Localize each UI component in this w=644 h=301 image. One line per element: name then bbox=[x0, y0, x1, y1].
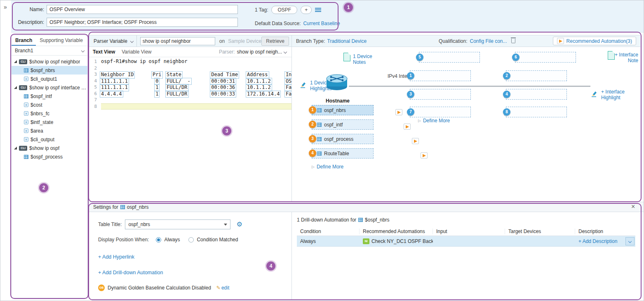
tree-item-variable[interactable]: $cost bbox=[12, 100, 87, 109]
radio-condition-matched[interactable] bbox=[188, 237, 194, 243]
interface-pin[interactable]: 4 bbox=[503, 91, 510, 98]
tag-list-icon[interactable] bbox=[315, 7, 321, 12]
tree-item-label: $show ip ospf interface bri... bbox=[29, 85, 87, 91]
sample-device-field[interactable]: Sample Device bbox=[228, 38, 261, 44]
interface-pin[interactable]: 5 bbox=[416, 54, 423, 61]
interface-slot[interactable]: 6 bbox=[515, 52, 576, 63]
tree-item-table[interactable]: $ospf_nbrs bbox=[12, 66, 87, 75]
add-drilldown-automation-link[interactable]: + Add Drill-down Automation bbox=[98, 270, 163, 275]
tag-pill[interactable]: OSPF bbox=[271, 6, 297, 14]
tree-item-cli[interactable]: $show ip ospf neighbor bbox=[12, 57, 87, 66]
tree-item-label: $show ip ospf neighbor bbox=[29, 59, 80, 65]
table-icon bbox=[24, 68, 28, 72]
interface-pin[interactable]: 8 bbox=[503, 108, 510, 116]
automation-icon[interactable] bbox=[395, 109, 402, 115]
tree-item-variable[interactable]: $cli_output1 bbox=[12, 75, 87, 83]
interface-pin[interactable]: 3 bbox=[407, 91, 414, 98]
parser-value: show ip ospf neigh... bbox=[237, 49, 282, 55]
interface-slot[interactable]: 2 bbox=[506, 70, 567, 81]
annotation-badge-4: 4 bbox=[266, 261, 275, 271]
text-editor[interactable]: 1ospf-R1#show ip ospf neighbor 2 3Neighb… bbox=[88, 57, 291, 110]
interface-highlight-link[interactable]: + Interface Highlight bbox=[601, 89, 631, 100]
description-input[interactable] bbox=[47, 18, 238, 27]
table-pin: 1 bbox=[309, 106, 316, 114]
edit-link[interactable]: edit bbox=[221, 285, 229, 291]
chevron-down-icon bbox=[224, 224, 227, 226]
interface-slot[interactable]: 8 bbox=[506, 107, 567, 117]
chevron-down-icon bbox=[81, 49, 85, 52]
radio-always[interactable] bbox=[156, 237, 161, 243]
expand-arrow-icon bbox=[14, 86, 17, 89]
define-more-label: Define More bbox=[317, 164, 343, 170]
define-more-tables-link[interactable]: Define More bbox=[312, 164, 343, 170]
drilldown-table-row[interactable]: Always Check NY_DC1 OSPF Backbone + Add … bbox=[297, 236, 635, 247]
interface-pin[interactable]: 6 bbox=[512, 54, 519, 61]
annotation-badge-2: 2 bbox=[39, 183, 48, 192]
automation-icon[interactable] bbox=[421, 152, 428, 159]
automation-icon[interactable] bbox=[412, 138, 419, 144]
branch-type-link[interactable]: Traditional Device bbox=[327, 38, 367, 44]
name-input[interactable] bbox=[47, 5, 238, 14]
branch-type-label: Branch Type: bbox=[296, 38, 325, 44]
tree-item-cli[interactable]: $show ip ospf bbox=[12, 144, 87, 152]
data-source-label: Default Data Source: bbox=[255, 21, 301, 26]
tab-supporting-variable[interactable]: Supporting Variable bbox=[36, 35, 87, 46]
interface-pin[interactable]: 1 bbox=[407, 72, 414, 79]
retrieve-button[interactable]: Retrieve bbox=[261, 37, 289, 46]
recommended-automation-button[interactable]: Recommended Automation(3) bbox=[553, 37, 636, 45]
trash-icon[interactable] bbox=[511, 39, 515, 43]
settings-left-panel: Table Title: ospf_nbrs Display Position … bbox=[88, 212, 292, 300]
tree-item-variable[interactable]: $cli_output bbox=[12, 135, 87, 144]
golden-baseline-icon bbox=[98, 285, 105, 291]
data-source-link[interactable]: Current Baseline bbox=[303, 21, 340, 26]
tab-variable-view[interactable]: Variable View bbox=[122, 49, 151, 55]
tree-item-variable[interactable]: $nbrs_fc bbox=[12, 109, 87, 118]
tree-item-cli[interactable]: $show ip ospf interface bri... bbox=[12, 83, 87, 92]
table-chip-routetable[interactable]: 4RouteTable bbox=[312, 148, 374, 159]
gear-icon[interactable] bbox=[236, 221, 242, 228]
router-icon[interactable] bbox=[325, 72, 349, 93]
tree-item-label: $ospf_process bbox=[31, 154, 63, 160]
interface-slot[interactable]: 3 bbox=[410, 89, 471, 100]
add-hyperlink-link[interactable]: + Add Hyperlink bbox=[98, 254, 134, 260]
tree-item-table[interactable]: $ospf_intf bbox=[12, 92, 87, 100]
tab-text-view[interactable]: Text View bbox=[93, 49, 115, 55]
table-chip-ospf-nbrs[interactable]: 1ospf_nbrs bbox=[312, 105, 374, 115]
interface-pin[interactable]: 2 bbox=[503, 72, 510, 79]
parser-variable-dropdown[interactable]: Parser Variable bbox=[90, 35, 137, 47]
qualification-link[interactable]: Config File con... bbox=[470, 38, 507, 44]
table-title-select[interactable]: ospf_nbrs bbox=[125, 219, 230, 229]
editor-line-header-row: 3Neighbor IDPriStateDead TimeAddressIn bbox=[88, 71, 291, 78]
automation-icon[interactable] bbox=[404, 124, 411, 130]
tree-item-table[interactable]: $ospf_process bbox=[12, 152, 87, 161]
device-notes-link[interactable]: 1 Device Notes bbox=[353, 54, 376, 65]
define-more-interfaces-link[interactable]: Define More bbox=[418, 118, 450, 124]
add-description-link[interactable]: + Add Description bbox=[578, 238, 617, 244]
interface-pin[interactable]: 7 bbox=[407, 108, 414, 116]
branch-selector[interactable]: Branch1 bbox=[12, 46, 87, 56]
golden-baseline-row: Dynamic Golden Baseline Calculation Disa… bbox=[98, 285, 229, 291]
parser-select[interactable]: Parser: show ip ospf neigh... bbox=[219, 49, 287, 55]
tree-item-variable[interactable]: $area bbox=[12, 126, 87, 135]
variable-icon bbox=[24, 77, 28, 81]
description-cell: + Add Description bbox=[575, 238, 625, 244]
highlighter-icon bbox=[300, 82, 307, 89]
define-more-label: Define More bbox=[423, 118, 450, 124]
add-tag-button[interactable]: + bbox=[301, 6, 312, 14]
interface-slot[interactable]: 4 bbox=[506, 89, 567, 100]
table-chip-ospf-intf[interactable]: 2ospf_intf bbox=[312, 119, 374, 130]
close-icon[interactable] bbox=[631, 203, 638, 210]
table-chip-ospf-process[interactable]: 3ospf_process bbox=[312, 134, 374, 144]
tab-branch[interactable]: Branch bbox=[12, 35, 36, 46]
interface-slot[interactable]: 7 bbox=[410, 107, 471, 117]
branch-sidebar: Branch Supporting Variable Branch1 $show… bbox=[11, 35, 88, 298]
column-header: Target Devices bbox=[505, 229, 575, 234]
row-expand-button[interactable] bbox=[625, 237, 635, 245]
interface-note-link[interactable]: + Interface Note bbox=[609, 52, 638, 63]
interface-slot[interactable]: 5 bbox=[419, 52, 480, 63]
tree-item-variable[interactable]: $intf_state bbox=[12, 118, 87, 126]
command-input[interactable] bbox=[140, 37, 215, 45]
collapse-sidebar-button[interactable]: » bbox=[4, 4, 7, 10]
interface-slot[interactable]: 1 bbox=[410, 70, 471, 81]
expand-arrow-icon bbox=[14, 60, 17, 63]
